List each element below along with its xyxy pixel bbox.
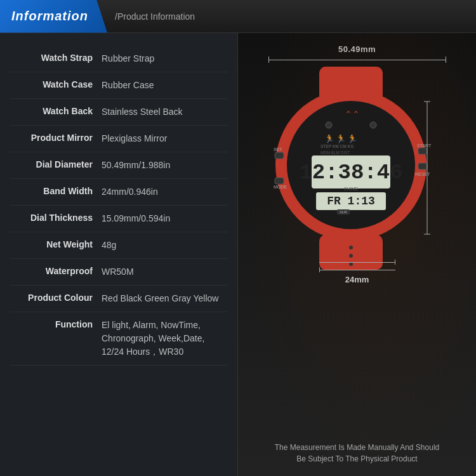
svg-text:STEP  KM  CM  KG: STEP KM CM KG bbox=[321, 144, 354, 149]
spec-label: Product Colour bbox=[10, 292, 102, 305]
watch-container: SET START MODE RESET ⌃⌃ 🏃 🏃 🏃 STEP KM CM… bbox=[268, 67, 446, 282]
svg-point-17 bbox=[326, 122, 332, 128]
dim-top-line bbox=[268, 56, 446, 63]
spec-value: Plexiglass Mirror bbox=[102, 132, 228, 145]
svg-rect-8 bbox=[275, 152, 284, 159]
spec-value: 50.49mm/1.988in bbox=[102, 159, 228, 172]
spec-label: Dial Thickness bbox=[10, 212, 102, 225]
svg-text:FR 1:13: FR 1:13 bbox=[327, 195, 375, 208]
spec-label: Watch Strap bbox=[10, 52, 102, 65]
spec-value: Red Black Green Gray Yellow bbox=[102, 292, 228, 305]
spec-value: Rubber Strap bbox=[102, 52, 228, 65]
spec-row: Product MirrorPlexiglass Mirror bbox=[10, 126, 228, 152]
spec-value: WR50M bbox=[102, 265, 228, 279]
spec-value: 24mm/0.946in bbox=[102, 185, 228, 199]
specs-list: Watch StrapRubber StrapWatch CaseRubber … bbox=[10, 46, 228, 366]
spec-value: Stainless Steel Back bbox=[102, 105, 228, 119]
dim-width-label: 50.49mm bbox=[338, 44, 376, 54]
spec-label: Band Width bbox=[10, 185, 102, 198]
svg-text:ALM: ALM bbox=[340, 210, 347, 214]
spec-row: WaterproofWR50M bbox=[10, 259, 228, 286]
svg-point-2 bbox=[349, 246, 353, 249]
svg-text:RESET: RESET bbox=[415, 172, 430, 176]
spec-label: Dial Diameter bbox=[10, 159, 102, 171]
spec-row: Watch CaseRubber Case bbox=[10, 72, 228, 99]
spec-label: Product Mirror bbox=[10, 132, 102, 145]
svg-text:MODE: MODE bbox=[274, 185, 287, 189]
footnote: The Measurement Is Made Manually And Sho… bbox=[238, 442, 476, 465]
spec-label: Watch Back bbox=[10, 105, 102, 118]
spec-row: Watch BackStainless Steel Back bbox=[10, 99, 228, 126]
svg-point-4 bbox=[349, 262, 353, 266]
breadcrumb: /Product Information bbox=[115, 11, 195, 22]
spec-value: 15.09mm/0.594in bbox=[102, 212, 228, 225]
header: Information /Product Information bbox=[0, 0, 476, 33]
svg-text:START: START bbox=[417, 143, 432, 148]
spec-label: Waterproof bbox=[10, 265, 102, 278]
dim-line-horizontal bbox=[269, 60, 446, 60]
svg-rect-11 bbox=[275, 178, 284, 184]
footnote-text: The Measurement Is Made Manually And Sho… bbox=[275, 443, 439, 463]
spec-value: 48g bbox=[102, 239, 228, 252]
svg-rect-9 bbox=[418, 148, 427, 154]
svg-text:CHIME: CHIME bbox=[343, 187, 358, 191]
watch-panel: 50.49mm bbox=[238, 33, 476, 476]
svg-text:🏃: 🏃 bbox=[347, 133, 358, 144]
svg-point-18 bbox=[370, 122, 376, 128]
spec-row: Product ColourRed Black Green Gray Yello… bbox=[10, 286, 228, 312]
spec-row: Net Weight48g bbox=[10, 232, 228, 259]
main-content: Watch StrapRubber StrapWatch CaseRubber … bbox=[0, 33, 476, 476]
spec-row: Dial Diameter50.49mm/1.988in bbox=[10, 152, 228, 179]
info-tab-label: Information bbox=[11, 9, 88, 23]
watch-image: SET START MODE RESET ⌃⌃ 🏃 🏃 🏃 STEP KM CM… bbox=[268, 67, 433, 270]
spec-label: Function bbox=[10, 319, 102, 331]
svg-text:🏃: 🏃 bbox=[336, 133, 347, 144]
svg-text:🏃: 🏃 bbox=[324, 133, 335, 144]
spec-label: Net Weight bbox=[10, 239, 102, 251]
spec-row: Dial Thickness15.09mm/0.594in bbox=[10, 206, 228, 232]
svg-text:MEM      ALM         DIST: MEM ALM DIST bbox=[321, 150, 350, 155]
dim-band-label: 24mm bbox=[268, 275, 446, 284]
svg-text:12:38:46: 12:38:46 bbox=[299, 161, 402, 185]
svg-point-3 bbox=[349, 254, 353, 258]
svg-text:⌃⌃: ⌃⌃ bbox=[345, 109, 360, 119]
svg-text:SET: SET bbox=[274, 147, 282, 152]
info-tab[interactable]: Information bbox=[0, 0, 107, 33]
spec-value: El light, Alarm, NowTime, Chronograph, W… bbox=[102, 319, 228, 359]
spec-row: Band Width24mm/0.946in bbox=[10, 179, 228, 206]
svg-rect-10 bbox=[418, 163, 427, 169]
spec-value: Rubber Case bbox=[102, 79, 228, 92]
dim-tick-right bbox=[446, 56, 446, 63]
spec-row: Watch StrapRubber Strap bbox=[10, 46, 228, 72]
specs-panel: Watch StrapRubber StrapWatch CaseRubber … bbox=[0, 33, 238, 476]
spec-label: Watch Case bbox=[10, 79, 102, 91]
spec-row: FunctionEl light, Alarm, NowTime, Chrono… bbox=[10, 312, 228, 366]
